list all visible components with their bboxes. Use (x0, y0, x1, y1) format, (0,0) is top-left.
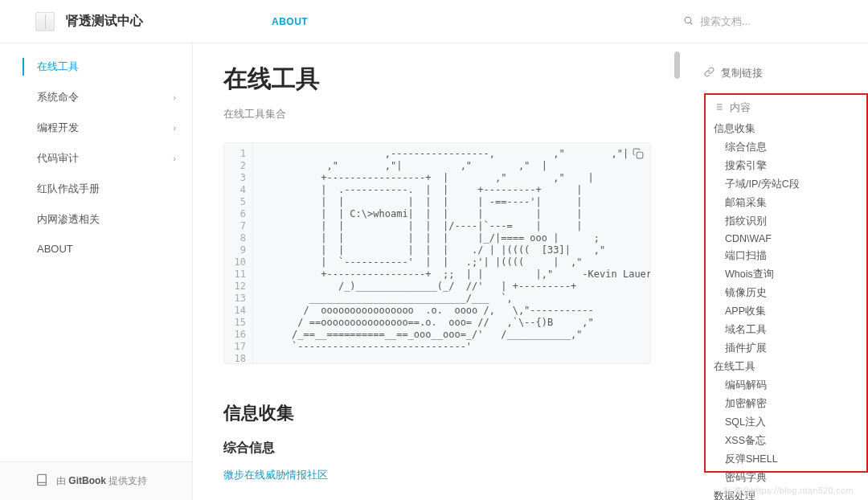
toc-item-14[interactable]: 编码解码 (714, 376, 862, 395)
toc-list: 信息收集综合信息搜索引擎子域/IP/旁站C段邮箱采集指纹识别CDN\WAF端口扫… (714, 120, 862, 500)
toc-item-18[interactable]: 反弹SHELL (714, 450, 862, 469)
sidebar-item-2[interactable]: 编程开发› (0, 113, 192, 143)
chevron-right-icon: › (173, 92, 176, 102)
code-line: / ==ooooooooooooooo==.o. ooo= // ,`\--{)… (263, 317, 641, 329)
line-number: 6 (224, 208, 252, 220)
svg-line-1 (690, 23, 692, 24)
toc-item-11[interactable]: 域名工具 (714, 321, 862, 339)
line-number: 4 (224, 184, 252, 196)
line-number: 1 (224, 148, 252, 160)
code-line: +-----------------+ ;; | | |," -Kevin La… (263, 268, 641, 281)
toc-item-0[interactable]: 信息收集 (714, 120, 862, 138)
toc-item-1[interactable]: 综合信息 (714, 138, 862, 157)
line-number: 5 (224, 196, 252, 208)
sidebar-item-0[interactable]: 在线工具 (0, 51, 192, 82)
toc-item-2[interactable]: 搜索引擎 (714, 157, 862, 175)
line-number: 8 (224, 232, 252, 244)
line-number: 13 (224, 293, 252, 305)
toc-item-9[interactable]: 镜像历史 (714, 284, 862, 302)
code-line: ," ,"| ," ," | (263, 160, 641, 172)
scrollbar-track[interactable] (674, 43, 680, 500)
page-subtitle: 在线工具集合 (223, 107, 651, 121)
section-general-info: 综合信息 (223, 440, 651, 457)
copy-link-button[interactable]: 复制链接 (704, 66, 868, 80)
section-info-collect: 信息收集 (223, 401, 651, 425)
code-line: | `-----------' | | .;'| |(((( | ," (263, 256, 641, 268)
topbar: 肾透测试中心 ABOUT (0, 0, 868, 43)
line-number: 2 (224, 160, 252, 172)
code-block: 123456789101112131415161718 ,-----------… (223, 142, 651, 364)
chevron-right-icon: › (173, 123, 176, 133)
line-number: 17 (224, 341, 252, 353)
toc-item-13[interactable]: 在线工具 (714, 358, 862, 376)
line-number: 7 (224, 220, 252, 232)
toc-item-4[interactable]: 邮箱采集 (714, 194, 862, 212)
tab-about[interactable]: ABOUT (272, 16, 308, 27)
sidebar-item-label: 编程开发 (37, 121, 79, 135)
sidebar-item-5[interactable]: 内网渗透相关 (0, 204, 192, 235)
toc-header-label: 内容 (730, 101, 751, 115)
sidebar-item-label: ABOUT (37, 243, 73, 255)
code-line: /_)______________(_/ //' | +---------+ (263, 281, 641, 293)
sidebar-item-6[interactable]: ABOUT (0, 235, 192, 263)
line-number: 3 (224, 172, 252, 184)
link-weibu[interactable]: 微步在线威胁情报社区 (223, 468, 651, 482)
sidebar-item-1[interactable]: 系统命令› (0, 82, 192, 113)
search-input[interactable] (700, 15, 837, 27)
sidebar-item-label: 红队作战手册 (37, 182, 100, 196)
toc-item-3[interactable]: 子域/IP/旁站C段 (714, 175, 862, 194)
toc-item-19[interactable]: 密码字典 (714, 469, 862, 487)
code-line: | | | | | ./ | |(((( [33]| ," (263, 244, 641, 256)
nav-list: 在线工具系统命令›编程开发›代码审计›红队作战手册内网渗透相关ABOUT (0, 51, 192, 263)
code-line: ,-----------------, ," ,"| (263, 148, 641, 160)
svg-point-0 (685, 17, 691, 23)
sidebar-item-label: 代码审计 (37, 151, 79, 166)
link-icon (704, 67, 714, 80)
site-title: 肾透测试中心 (66, 13, 143, 30)
code-line: | | | | | |_/|==== ooo | ; (263, 232, 641, 244)
code-lines: ,-----------------, ," ,"| ," ,"| ," ," … (253, 143, 650, 363)
toc-item-15[interactable]: 加密解密 (714, 395, 862, 413)
scrollbar-thumb[interactable] (674, 51, 680, 79)
book-icon (35, 473, 48, 489)
toc-item-12[interactable]: 插件扩展 (714, 339, 862, 358)
line-number: 14 (224, 305, 252, 317)
sidebar-left: 在线工具系统命令›编程开发›代码审计›红队作战手册内网渗透相关ABOUT 由 G… (0, 43, 193, 500)
sidebar-item-3[interactable]: 代码审计› (0, 143, 192, 174)
book-logo-icon (35, 12, 55, 31)
line-number: 18 (224, 353, 252, 365)
toc-box: 内容 信息收集综合信息搜索引擎子域/IP/旁站C段邮箱采集指纹识别CDN\WAF… (704, 93, 868, 473)
gitbook-footer[interactable]: 由 GitBook 提供支持 (0, 461, 192, 500)
toc-panel: 复制链接 内容 信息收集综合信息搜索引擎子域/IP/旁站C段邮箱采集指纹识别CD… (682, 43, 868, 500)
code-line: | | | | | | -==----'| | (263, 196, 641, 208)
toc-item-17[interactable]: XSS备忘 (714, 432, 862, 450)
toc-header: 内容 (714, 101, 862, 115)
list-icon (714, 102, 723, 114)
line-number: 15 (224, 317, 252, 329)
toc-item-20[interactable]: 数据处理 (714, 487, 862, 500)
copy-link-label: 复制链接 (721, 66, 763, 80)
toc-item-8[interactable]: Whois查询 (714, 265, 862, 284)
copy-code-icon[interactable] (633, 148, 644, 162)
gitbook-footer-text: 由 GitBook 提供支持 (56, 474, 147, 488)
code-gutter: 123456789101112131415161718 (224, 143, 253, 363)
svg-rect-2 (637, 152, 643, 158)
toc-item-10[interactable]: APP收集 (714, 302, 862, 321)
top-nav: ABOUT (143, 16, 683, 27)
code-line: `-----------------------------' (263, 341, 641, 353)
chevron-right-icon: › (173, 154, 176, 163)
toc-item-7[interactable]: 端口扫描 (714, 247, 862, 265)
toc-item-6[interactable]: CDN\WAF (714, 231, 862, 247)
toc-item-5[interactable]: 指纹识别 (714, 212, 862, 231)
line-number: 11 (224, 268, 252, 281)
code-line: / oooooooooooooooo .o. oooo /, \,"------… (263, 305, 641, 317)
code-line: ___________________________/___ `, (263, 293, 641, 305)
sidebar-item-label: 系统命令 (37, 90, 79, 105)
main-content: 在线工具 在线工具集合 123456789101112131415161718 … (193, 43, 682, 500)
sidebar-item-4[interactable]: 红队作战手册 (0, 174, 192, 204)
search-wrap[interactable] (683, 15, 852, 28)
toc-item-16[interactable]: SQL注入 (714, 413, 862, 432)
code-line: | | | | |/----|`---= | | (263, 220, 641, 232)
sidebar-item-label: 内网渗透相关 (37, 212, 100, 227)
line-number: 12 (224, 281, 252, 293)
